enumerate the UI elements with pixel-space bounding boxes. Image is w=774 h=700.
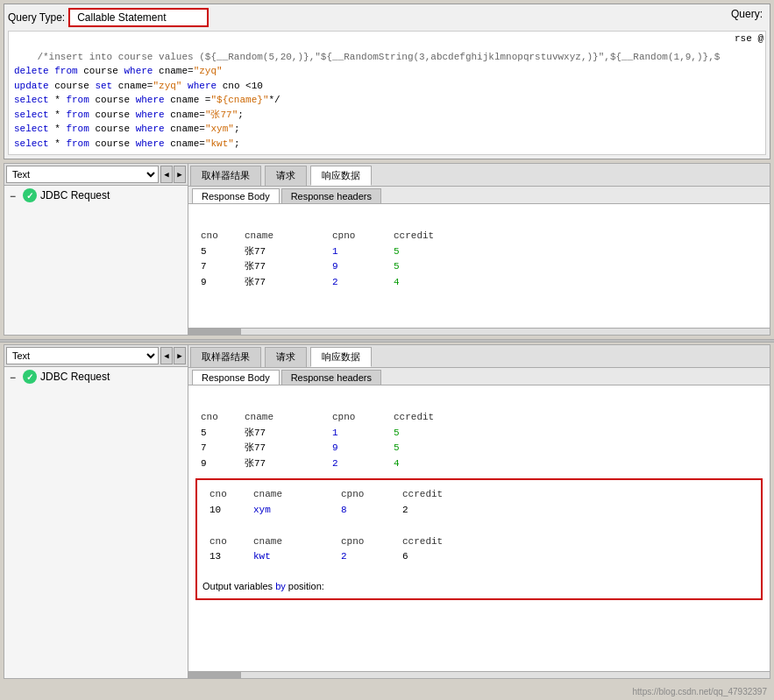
divider: [0, 339, 774, 343]
result-content-1: Text ◀ ▶ − ✓ JDBC Request 取样器结果 请求 响应数据: [4, 164, 770, 335]
scroll-strip-1[interactable]: [188, 328, 770, 335]
prev-arrow-1[interactable]: ◀: [160, 166, 173, 183]
tree-label-1: JDBC Request: [40, 189, 110, 202]
col-ccredit-1: ccredit: [392, 229, 453, 244]
table-row: 10 xym 8 2: [208, 503, 750, 519]
result-panel-2: Text ◀ ▶ − ✓ JDBC Request 取样器结果 请求 响应数据: [4, 344, 770, 679]
scroll-thumb-1[interactable]: [188, 329, 241, 335]
tab-request-1[interactable]: 请求: [265, 166, 307, 186]
table-header-row-2b: cno cname cpno ccredit: [208, 487, 750, 503]
table-row: 7 张77 9 5: [199, 259, 759, 275]
query-text-area[interactable]: /*insert into course values (${__Random(…: [8, 31, 766, 155]
tab-request-2[interactable]: 请求: [265, 347, 307, 367]
sub-tabs-bar-1: Response Body Response headers: [188, 187, 770, 204]
text-dropdown-1[interactable]: Text: [6, 166, 159, 183]
table-row: 5 张77 1 5: [199, 426, 759, 442]
output-vars: Output variables by position:: [201, 577, 757, 595]
tree-icon-2: ✓: [23, 370, 37, 384]
next-arrow-1[interactable]: ▶: [174, 166, 186, 183]
response-body-1: cno cname cpno ccredit 5 张77 1 5 7 张77: [188, 204, 770, 328]
left-sidebar-2: Text ◀ ▶ − ✓ JDBC Request: [4, 345, 188, 678]
table-header-row-2a: cno cname cpno ccredit: [199, 410, 759, 426]
nav-arrows-1: ◀ ▶: [160, 166, 186, 183]
query-panel: Query Type: Callable Statement Query: /*…: [4, 4, 770, 159]
next-arrow-2[interactable]: ▶: [174, 347, 186, 364]
table-row: 7 张77 9 5: [199, 441, 759, 456]
table-header-row-2c: cno cname cpno ccredit: [208, 534, 750, 550]
data-table-2a: cno cname cpno ccredit 5 张77 1 5 7 张77: [192, 407, 766, 475]
tabs-bar-1: 取样器结果 请求 响应数据: [188, 164, 770, 187]
result-panel-1: Text ◀ ▶ − ✓ JDBC Request 取样器结果 请求 响应数据: [4, 163, 770, 336]
sub-tabs-bar-2: Response Body Response headers: [188, 368, 770, 385]
tree-expand-1[interactable]: −: [10, 190, 20, 201]
table-row: 13 kwt 2 6: [208, 549, 750, 565]
table-row: 5 张77 1 5: [199, 244, 759, 260]
scroll-thumb-2[interactable]: [188, 672, 241, 678]
prev-arrow-2[interactable]: ◀: [160, 347, 173, 364]
data-table-2c: cno cname cpno ccredit 13 kwt 2 6: [201, 531, 757, 569]
table-row: 9 张77 2 4: [199, 275, 759, 291]
sub-tab-headers-1[interactable]: Response headers: [281, 188, 381, 203]
col-cpno-1: cpno: [330, 229, 392, 244]
tree-item-2[interactable]: − ✓ JDBC Request: [4, 367, 188, 386]
col-cname-1: cname: [243, 229, 330, 244]
right-area-1: 取样器结果 请求 响应数据 Response Body Response hea…: [188, 164, 770, 335]
tab-response-2[interactable]: 响应数据: [310, 347, 372, 367]
data-table-1: cno cname cpno ccredit 5 张77 1 5 7 张77: [192, 225, 766, 293]
query-label: Query:: [731, 8, 763, 20]
tab-response-1[interactable]: 响应数据: [310, 166, 372, 186]
left-sidebar-1: Text ◀ ▶ − ✓ JDBC Request: [4, 164, 188, 335]
sidebar-toolbar-1: Text ◀ ▶: [4, 164, 188, 186]
nav-arrows-2: ◀ ▶: [160, 347, 186, 364]
sub-tab-body-1[interactable]: Response Body: [192, 188, 280, 203]
table-row: 9 张77 2 4: [199, 456, 759, 472]
text-dropdown-2[interactable]: Text: [6, 347, 159, 364]
watermark: https://blog.csdn.net/qq_47932397: [633, 687, 767, 696]
scroll-strip-2[interactable]: [188, 671, 770, 678]
tree-label-2: JDBC Request: [40, 371, 110, 383]
tree-item-1[interactable]: − ✓ JDBC Request: [4, 186, 188, 205]
query-type-label: Query Type:: [8, 11, 65, 24]
tab-sampler-1[interactable]: 取样器结果: [190, 166, 261, 186]
result-highlight: cno cname cpno ccredit 10 xym 8 2: [195, 478, 763, 599]
sub-tab-headers-2[interactable]: Response headers: [281, 370, 381, 385]
table-header-row-1: cno cname cpno ccredit: [199, 229, 759, 244]
tree-expand-2[interactable]: −: [10, 371, 20, 382]
sidebar-toolbar-2: Text ◀ ▶: [4, 345, 188, 367]
right-area-2: 取样器结果 请求 响应数据 Response Body Response hea…: [188, 345, 770, 678]
col-cno-1: cno: [199, 229, 243, 244]
tab-sampler-2[interactable]: 取样器结果: [190, 347, 261, 367]
tabs-bar-2: 取样器结果 请求 响应数据: [188, 345, 770, 368]
sub-tab-body-2[interactable]: Response Body: [192, 370, 280, 385]
tree-icon-1: ✓: [23, 188, 37, 202]
query-type-value: Callable Statement: [68, 8, 209, 27]
result-content-2: Text ◀ ▶ − ✓ JDBC Request 取样器结果 请求 响应数据: [4, 345, 770, 678]
data-table-2b: cno cname cpno ccredit 10 xym 8 2: [201, 484, 757, 521]
response-body-2: cno cname cpno ccredit 5 张77 1 5 7 张77: [188, 385, 770, 671]
